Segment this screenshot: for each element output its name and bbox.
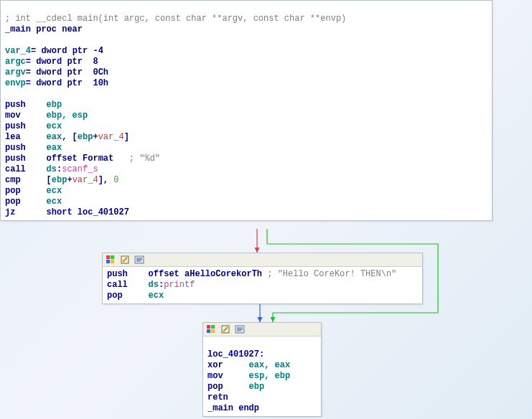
svg-rect-7 [211, 325, 215, 329]
svg-rect-0 [106, 255, 110, 259]
node-toolbar [103, 253, 422, 267]
stack-vars: var_4= dword ptr -4 argc= dword ptr 8 ar… [5, 46, 108, 88]
disasm-node-loc401027[interactable]: loc_401027: xor eax, eax mov esp, ebp po… [202, 322, 322, 417]
instructions-1: push ebp mov ebp, esp push ecx lea eax, … [5, 100, 160, 217]
edit-icon[interactable] [120, 255, 130, 265]
disasm-node-then[interactable]: push offset aHelloCorekorTh ; "Hello Cor… [102, 253, 423, 304]
node-toolbar [203, 323, 321, 336]
svg-rect-2 [106, 260, 110, 263]
node-body: push offset aHelloCorekorTh ; "Hello Cor… [103, 267, 422, 303]
xref-icon[interactable] [235, 324, 245, 334]
func-comment: ; int __cdecl main(int argc, const char … [5, 14, 346, 24]
color-icon[interactable] [206, 324, 216, 334]
edit-icon[interactable] [220, 324, 230, 334]
svg-rect-8 [207, 329, 210, 333]
instructions-3: xor eax, eax mov esp, ebp pop ebp retn [207, 360, 290, 402]
node-body: loc_401027: xor eax, eax mov esp, ebp po… [203, 336, 321, 416]
svg-rect-3 [111, 260, 114, 263]
loc-label: loc_401027: [207, 349, 264, 359]
proc-decl: _main proc near [5, 24, 83, 34]
disasm-node-main[interactable]: ; int __cdecl main(int argc, const char … [0, 0, 493, 221]
instructions-2: push offset aHelloCorekorTh ; "Hello Cor… [107, 269, 396, 301]
svg-rect-9 [211, 329, 215, 333]
svg-rect-6 [207, 325, 210, 329]
endp: _main endp [207, 403, 259, 413]
svg-rect-1 [111, 255, 114, 259]
node-body: ; int __cdecl main(int argc, const char … [1, 1, 492, 220]
color-icon[interactable] [106, 255, 116, 265]
xref-icon[interactable] [134, 255, 144, 265]
